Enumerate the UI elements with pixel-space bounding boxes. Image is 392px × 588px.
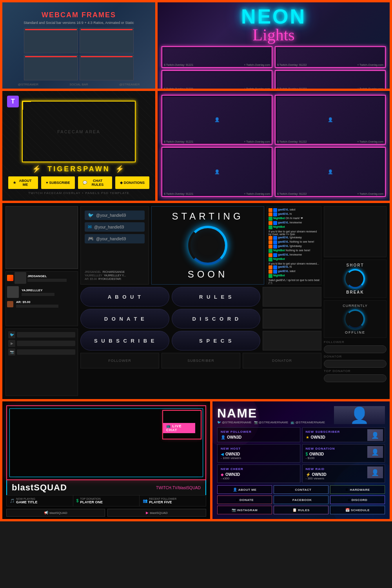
blast-social-btn-1[interactable]: 📢 blastSQUAD (6, 509, 105, 517)
neon-frames-grid: $ Twitch-Overlay: 91221 + Twitch-Overlay… (162, 46, 386, 89)
top-donator-right-label: TOP DONATOR (324, 369, 387, 373)
offline-ring (345, 309, 365, 329)
chat-line-1: gaelEVL salut (269, 208, 319, 212)
blast-social-btn-2[interactable]: ▶ blastSQUAD (107, 509, 206, 517)
recent-follower-icon: 👥 (143, 499, 147, 503)
chat-name-2: YAJIRELLLEY (22, 289, 76, 292)
neon-title: NEON (241, 6, 306, 27)
chat-badge-12b (273, 265, 277, 269)
webcam-title: WEBCAM FRAMES (42, 11, 116, 19)
stream-donate-btn[interactable]: ◆ DONATE (217, 495, 272, 504)
main-container: WEBCAM FRAMES Standard and Social bar ve… (0, 0, 392, 521)
streamer-panel: NAME 🐦 @STREAMERNAME 📷 @STREAMERNAME 📺 (212, 401, 390, 519)
contact-btn-icon: ✉ (290, 488, 294, 492)
specs-nav-btn[interactable]: S P E C S (172, 331, 261, 350)
streamer-insta-text: @STREAMERNAME (259, 421, 289, 424)
subscriber-thumbnail: 👤 (367, 429, 383, 441)
email-handle-row: ✉ @your_handle69 (85, 222, 145, 232)
chat-badge-7b (273, 240, 277, 244)
stream-discord-btn[interactable]: ◈ DISCORD (330, 495, 385, 504)
neon-frame-2-label: $ Twitch-Overlay: 91222 + Twitch-Overlay… (276, 64, 385, 66)
chat-row-preview-2: YAJIRELLLEY (6, 286, 78, 298)
streamer-twitter-text: @STREAMERNAME (222, 421, 252, 424)
chat-line-11: NightBot If you'd like to get your strea… (269, 258, 319, 265)
neon-frame-4-left: $ Twitch-Overlay: 91222 (277, 87, 307, 89)
chat-rules-button[interactable]: 💬 CHAT RULES (78, 176, 112, 189)
chat-name-3: AR: $5.00 (16, 300, 76, 304)
new-follower-user-row: 👤 OWN3D (221, 435, 297, 439)
blast-name-text: blastSQUAD (12, 483, 67, 493)
stream-schedule-btn[interactable]: 📅 SCHEDULE (330, 506, 385, 514)
twitch-logo: T (7, 96, 19, 107)
new-host-title: NEW HOST (221, 447, 297, 450)
tiger-buttons: ★ ABOUT ME ♥ SUBSCRIBE 💬 CHAT RULES ◆ DO… (8, 176, 149, 189)
neon-frame-2-right: + Twitch-Overlay.com (357, 64, 383, 66)
donations-button[interactable]: ◆ DONATIONS (115, 176, 149, 189)
stream-facebook-btn[interactable]: f FACEBOOK (274, 495, 328, 504)
offline-panel: CURRENTLY OFFLINE (324, 300, 387, 338)
schedule-btn-icon: 📅 (345, 508, 350, 512)
webcam-label-3: @STREAMER (119, 83, 140, 86)
chat-badge-3 (269, 217, 272, 221)
chat-badge-10 (269, 253, 272, 257)
middle-section: JRDSANGEL YAJIRELLLEY AR: $5.00 (2, 203, 390, 399)
about-me-button[interactable]: ★ ABOUT ME (8, 176, 38, 189)
chat-msg-6: !giveaway (290, 236, 302, 240)
neon-frame-3: $ Twitch-Overlay: 91221 + Twitch-Overlay… (162, 70, 272, 89)
subscriber-stat-label: SUBSCRIBER (187, 359, 214, 363)
blast-now-playing-box: 🎵 NOW PLAYING GAME TITLE (7, 495, 73, 506)
new-cheer-title: NEW CHEER (221, 467, 297, 471)
stream-hardware-btn[interactable]: 🖥 HARDWARE (330, 485, 385, 494)
chat-user-2: gaelEVL (278, 212, 289, 216)
stream-contact-btn[interactable]: ✉ CONTACT (274, 485, 328, 494)
about-btn-icon: 👤 (233, 488, 237, 492)
subscriber-stat-box: SUBSCRIBER (162, 353, 240, 368)
blast-social-icon-2: ▶ (146, 511, 149, 515)
subscribe-button[interactable]: ♥ SUBSCRIBE (41, 176, 74, 189)
donator-stat-label: DONATOR (272, 359, 292, 363)
mid-center-top: 🐦 @your_handle69 ✉ @your_handle69 🎮 @you… (80, 206, 321, 285)
social-row-twitter: 🐦 (8, 331, 75, 338)
nav-buttons-row-3: S U B S C R I B E S P E C S (80, 331, 321, 350)
chat-thumb-1 (15, 272, 26, 284)
raid-user: OWN3D (312, 472, 327, 477)
player-five-value: PLAYER FIVE (149, 500, 176, 504)
blast-recent-follower-box: 👥 RECENT FOLLOWER PLAYER FIVE (140, 495, 206, 506)
tiger-footer: TWITCH FACECAM OVERLAY + PANELS PSD TEMP… (28, 191, 129, 195)
donator-right-label: DONATOR (324, 355, 387, 358)
chat-badge-6 (269, 236, 272, 240)
about-btn-text: ABOUT ME (238, 488, 257, 492)
chat-user-7: gaelEVL (278, 240, 289, 244)
game-handle-row: 🎮 @your_handle69 (85, 234, 145, 243)
rules-btn-text: RULES (298, 508, 310, 512)
blast-name-bar: blastSQUAD TWITCH.TV/blastSQUAD (6, 480, 206, 495)
donate-nav-btn[interactable]: D O N A T E (80, 309, 169, 328)
subscribe-nav-btn[interactable]: S U B S C R I B E (80, 331, 169, 350)
stream-about-btn[interactable]: 👤 ABOUT ME (217, 485, 272, 494)
subscriber-user: OWN3D (311, 435, 325, 439)
subscribe-nav-label: S U B S C R I B E (94, 338, 155, 344)
discord-nav-btn[interactable]: D I S C O R D (172, 309, 261, 328)
subscriber-icon: ★ (306, 435, 309, 439)
game-handle-text: @your_handle69 (96, 237, 126, 241)
donator-right-bar (324, 360, 387, 368)
about-nav-btn[interactable]: A B O U T (80, 287, 169, 307)
chat-badge-8b (273, 245, 277, 249)
streamer-game-tag: 📺 @STREAMERNAME (290, 421, 325, 424)
streamer-handles: 🐦 @STREAMERNAME 📷 @STREAMERNAME 📺 @STREA… (217, 421, 325, 424)
donate-btn-icon: ◆ (236, 498, 238, 502)
webcam-grid (24, 28, 134, 80)
chat-msg-14: Salut gaelEVL ! qu'est ce que tu sers be… (269, 279, 319, 284)
starting-text: STARTING (172, 211, 243, 222)
live-chat-tag: 📺 LIVE CHAT (163, 423, 195, 433)
stream-instagram-btn[interactable]: 📷 INSTAGRAM (217, 506, 272, 514)
neon-extra-frames: 👤 $ Twitch-Overlay: 91221 + Twitch-Overl… (158, 91, 390, 201)
stream-rules-btn[interactable]: 📋 RULES (274, 506, 328, 514)
new-host-card: NEW HOST ◀ OWN3D - 1000 viewers (217, 444, 300, 463)
blue-ring (188, 226, 227, 265)
rules-nav-btn[interactable]: R U L E S (172, 287, 261, 307)
neon-frame-4: $ Twitch-Overlay: 91222 + Twitch-Overlay… (275, 70, 386, 89)
social-row-youtube: ▶ (8, 340, 75, 347)
short-break-ring (345, 269, 365, 289)
chat-content-1: JRDSANGEL (27, 274, 76, 282)
